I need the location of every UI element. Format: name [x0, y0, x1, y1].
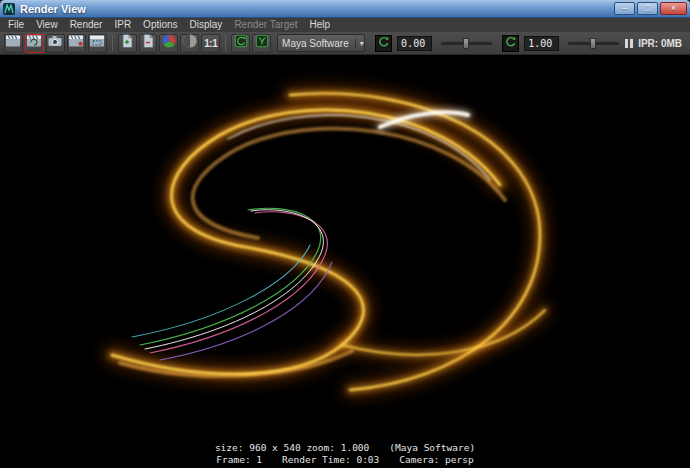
gamma-field[interactable]: 1.00 — [524, 36, 559, 51]
renderer-dropdown-value: Maya Software — [282, 38, 349, 49]
minimize-button[interactable]: – — [614, 2, 635, 15]
close-button[interactable]: × — [660, 2, 687, 15]
render-viewport[interactable]: size: 960 x 540 zoom: 1.000 (Maya Softwa… — [0, 55, 690, 468]
ipr-memory-label: IPR: 0MB — [638, 38, 682, 49]
render-image — [0, 55, 690, 468]
status-camera: Camera: persp — [399, 454, 473, 465]
menu-ipr[interactable]: IPR — [108, 18, 137, 32]
remove-image-file-icon — [140, 33, 156, 53]
menu-file[interactable]: File — [2, 18, 30, 32]
status-render-time: Render Time: 0:03 — [282, 454, 379, 465]
exposure-toggle-icon — [234, 34, 248, 52]
keep-image-button[interactable] — [118, 34, 137, 53]
exposure-toggle-button[interactable] — [231, 34, 250, 53]
exposure-slider[interactable] — [441, 42, 492, 45]
status-row-2: Frame: 1 Render Time: 0:03 Camera: persp — [216, 454, 473, 465]
toolbar: 1:1 Maya Software ▾ 0.00 — [0, 32, 690, 55]
display-rgb-button[interactable] — [159, 34, 178, 53]
status-row-1: size: 960 x 540 zoom: 1.000 (Maya Softwa… — [215, 442, 475, 453]
gamma-toggle-icon — [255, 34, 269, 52]
gamma-reset-icon — [504, 34, 517, 52]
titlebar: Render View – □ × — [0, 0, 690, 18]
camera-icon — [47, 33, 63, 53]
keep-image-file-icon — [119, 33, 135, 53]
chevron-down-icon: ▾ — [355, 39, 364, 48]
status-renderer: (Maya Software) — [389, 442, 475, 453]
snapshot-button[interactable] — [46, 34, 65, 53]
menu-render-target: Render Target — [228, 18, 303, 32]
window-controls: – □ × — [614, 2, 687, 15]
display-alpha-button[interactable] — [180, 34, 199, 53]
render-view-window: Render View – □ × File View Render IPR O… — [0, 0, 690, 468]
region-render-button[interactable] — [88, 34, 107, 53]
menubar: File View Render IPR Options Display Ren… — [0, 18, 690, 32]
ipr-clapper-icon — [68, 33, 84, 53]
alpha-channel-icon — [182, 33, 198, 53]
exposure-slider-handle[interactable] — [463, 38, 469, 49]
redo-render-clapper-icon — [26, 33, 42, 53]
render-clapper-icon — [5, 33, 21, 53]
menu-render[interactable]: Render — [64, 18, 109, 32]
menu-help[interactable]: Help — [304, 18, 337, 32]
maya-app-icon — [3, 3, 15, 15]
renderer-dropdown[interactable]: Maya Software ▾ — [277, 34, 365, 52]
rgb-channels-icon — [161, 33, 177, 53]
status-size-zoom: size: 960 x 540 zoom: 1.000 — [215, 442, 369, 453]
render-button[interactable] — [4, 34, 23, 53]
gamma-slider[interactable] — [568, 42, 619, 45]
gamma-reset-button[interactable] — [502, 35, 519, 52]
remove-image-button[interactable] — [139, 34, 158, 53]
menu-view[interactable]: View — [30, 18, 64, 32]
status-frame: Frame: 1 — [216, 454, 262, 465]
real-size-button[interactable]: 1:1 — [201, 34, 220, 53]
maximize-button[interactable]: □ — [637, 2, 658, 15]
exposure-reset-icon — [377, 34, 390, 52]
region-clapper-icon — [89, 33, 105, 53]
exposure-field[interactable]: 0.00 — [397, 36, 432, 51]
gamma-toggle-button[interactable] — [252, 34, 271, 53]
pause-icon — [625, 39, 633, 48]
ipr-render-button[interactable] — [67, 34, 86, 53]
toolbar-separator — [225, 35, 226, 51]
statusbar: size: 960 x 540 zoom: 1.000 (Maya Softwa… — [0, 442, 690, 465]
menu-options[interactable]: Options — [137, 18, 183, 32]
gamma-slider-handle[interactable] — [590, 38, 596, 49]
real-size-label: 1:1 — [204, 38, 217, 49]
ipr-status-group: IPR: 0MB — [625, 38, 686, 49]
redo-previous-render-button[interactable] — [25, 34, 44, 53]
window-title: Render View — [20, 3, 86, 15]
toolbar-separator — [112, 35, 113, 51]
exposure-reset-button[interactable] — [375, 35, 392, 52]
menu-display[interactable]: Display — [184, 18, 229, 32]
